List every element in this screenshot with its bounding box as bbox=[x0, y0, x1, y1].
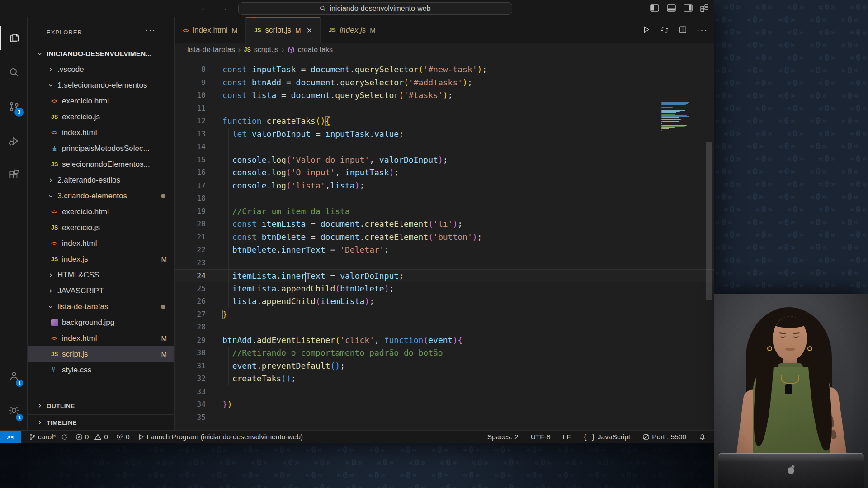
code-line[interactable]: 33 bbox=[175, 385, 714, 399]
git-branch-icon bbox=[29, 433, 36, 441]
braces-icon: { } bbox=[583, 433, 595, 441]
explorer-item-script-js[interactable]: JSscript.jsM bbox=[28, 346, 174, 362]
source-control-icon[interactable]: 3 bbox=[0, 95, 28, 118]
code-line[interactable]: 25 itemLista.appendChild(btnDelete); bbox=[175, 282, 714, 296]
run-file-icon[interactable] bbox=[642, 25, 651, 36]
split-editor-icon[interactable] bbox=[679, 25, 687, 36]
code-line[interactable]: 29btnAdd.addEventListener('click', funct… bbox=[175, 334, 714, 347]
code-line[interactable]: 34}) bbox=[175, 398, 714, 411]
explorer-item--vscode[interactable]: .vscode bbox=[28, 61, 174, 77]
code-line[interactable]: 14 bbox=[175, 141, 714, 154]
outline-section[interactable]: OUTLINE bbox=[28, 398, 174, 413]
minimap[interactable] bbox=[661, 102, 691, 134]
code-line[interactable]: 10const lista = document.querySelector('… bbox=[175, 89, 714, 102]
explorer-more-actions-icon[interactable]: ··· bbox=[145, 25, 156, 35]
command-center[interactable]: iniciando-desenvolvimento-web bbox=[238, 2, 512, 15]
history-back-icon[interactable]: ← bbox=[200, 3, 209, 13]
history-forward-icon[interactable]: → bbox=[219, 3, 228, 13]
code-line[interactable]: 12function createTaks(){ bbox=[175, 115, 714, 128]
language-mode-item[interactable]: { } JavaScript bbox=[583, 433, 630, 441]
code-line[interactable]: 24 itemLista.innerText = valorDoInput; bbox=[175, 269, 714, 282]
code-line[interactable]: 15 console.log('Valor do input', valorDo… bbox=[175, 154, 714, 167]
code-line[interactable]: 22 btnDelete.innerText = 'Deletar'; bbox=[175, 244, 714, 257]
open-changes-icon[interactable] bbox=[660, 25, 669, 36]
breadcrumb-folder[interactable]: lista-de-tarefas bbox=[187, 46, 235, 54]
explorer-item-3-criando-elementos[interactable]: 3.criando-elementos bbox=[28, 188, 174, 204]
code-line[interactable]: 31 event.preventDefault(); bbox=[175, 360, 714, 373]
explorer-item-index-html[interactable]: <>index.html bbox=[28, 235, 174, 251]
customize-layout-icon[interactable] bbox=[700, 4, 709, 12]
explorer-item-exercicio-html[interactable]: <>exercicio.html bbox=[28, 204, 174, 220]
ports-item[interactable]: 0 bbox=[116, 433, 130, 441]
git-branch-item[interactable]: carol* bbox=[29, 433, 68, 441]
explorer-icon[interactable] bbox=[0, 26, 28, 50]
code-lines: 8const inputTask = document.querySelecto… bbox=[175, 56, 714, 430]
js-file-icon: JS bbox=[51, 225, 62, 231]
explorer-item-index-html[interactable]: <>index.htmlM bbox=[28, 330, 174, 346]
tab-script-js[interactable]: JS script.js M × bbox=[246, 17, 321, 43]
explorer-item-exercicio-html[interactable]: <>exercicio.html bbox=[28, 93, 174, 109]
toggle-sidebar-right-icon[interactable] bbox=[684, 4, 693, 12]
more-actions-icon[interactable]: ··· bbox=[697, 25, 708, 35]
code-line[interactable]: 11 bbox=[175, 102, 714, 115]
tab-close-icon[interactable]: × bbox=[307, 25, 312, 36]
item-label: HTML&CSS bbox=[57, 271, 99, 280]
indentation-item[interactable]: Spaces: 2 bbox=[487, 433, 519, 441]
settings-badge: 1 bbox=[16, 414, 23, 421]
encoding-item[interactable]: UTF-8 bbox=[531, 433, 551, 441]
notifications-bell-icon[interactable] bbox=[698, 433, 706, 441]
code-line[interactable]: 23 bbox=[175, 257, 714, 270]
explorer-item-background-jpg[interactable]: background.jpg bbox=[28, 314, 174, 330]
search-sidebar-icon[interactable] bbox=[0, 61, 28, 84]
code-line[interactable]: 19 //Criar um item da lista bbox=[175, 205, 714, 218]
problems-item[interactable]: 0 0 bbox=[75, 433, 108, 441]
explorer-item-2-alterando-estilos[interactable]: 2.alterando-estilos bbox=[28, 172, 174, 188]
tab-index-html[interactable]: <> index.html M bbox=[175, 17, 246, 43]
code-line[interactable]: 17 console.log('lista',lista); bbox=[175, 179, 714, 192]
breadcrumb-symbol[interactable]: createTaks bbox=[298, 46, 333, 54]
code-line[interactable]: 20 const itemLista = document.createElem… bbox=[175, 218, 714, 231]
explorer-item-1-selecionando-elementos[interactable]: 1.selecionando-elementos bbox=[28, 77, 174, 93]
accounts-icon[interactable]: 1 bbox=[0, 364, 28, 388]
code-line[interactable]: 18 bbox=[175, 192, 714, 205]
code-line[interactable]: 13 let valorDoInput = inputTask.value; bbox=[175, 128, 714, 141]
webcam-vignette bbox=[714, 294, 868, 488]
explorer-item-exercicio-js[interactable]: JSexercicio.js bbox=[28, 220, 174, 235]
code-line[interactable]: 21 const btnDelete = document.createElem… bbox=[175, 231, 714, 244]
explorer-item-index-js[interactable]: JSindex.jsM bbox=[28, 251, 174, 267]
code-editor[interactable]: 8const inputTask = document.querySelecto… bbox=[175, 56, 714, 430]
run-debug-icon[interactable] bbox=[0, 129, 28, 153]
code-line[interactable]: 35 bbox=[175, 411, 714, 424]
editor-scrollbar[interactable] bbox=[706, 142, 712, 300]
code-line[interactable]: 32 createTaks(); bbox=[175, 372, 714, 385]
code-line[interactable]: 26 lista.appendChild(itemLista); bbox=[175, 295, 714, 308]
explorer-item-style-css[interactable]: #style.css bbox=[28, 362, 174, 378]
eol-item[interactable]: LF bbox=[563, 433, 571, 441]
code-line[interactable]: 28 bbox=[175, 321, 714, 334]
tab-index-js[interactable]: JS index.js M bbox=[321, 17, 384, 43]
remote-indicator[interactable]: >< bbox=[0, 431, 21, 443]
explorer-item-principaismetodosselec-[interactable]: principaisMetodosSelec... bbox=[28, 141, 174, 156]
explorer-item-selecionandoelementos-[interactable]: JSselecionandoElementos... bbox=[28, 156, 174, 172]
toggle-sidebar-left-icon[interactable] bbox=[650, 4, 659, 12]
code-line[interactable]: 16 console.log('O input', inputTask); bbox=[175, 166, 714, 179]
port-item[interactable]: Port : 5500 bbox=[642, 433, 686, 441]
breadcrumb-file[interactable]: script.js bbox=[254, 46, 278, 54]
code-line[interactable]: 8const inputTask = document.querySelecto… bbox=[175, 63, 714, 76]
extensions-icon[interactable] bbox=[0, 164, 28, 187]
explorer-item-javascript[interactable]: JAVASCRIPT bbox=[28, 283, 174, 299]
git-modified-badge: M bbox=[161, 334, 167, 342]
explorer-item-lista-de-tarefas[interactable]: lista-de-tarefas bbox=[28, 299, 174, 314]
launch-program-item[interactable]: Launch Program (iniciando-desenvolviment… bbox=[137, 433, 303, 441]
explorer-item-html-css[interactable]: HTML&CSS bbox=[28, 267, 174, 283]
settings-gear-icon[interactable]: 1 bbox=[0, 399, 28, 422]
code-line[interactable]: 9const btnAdd = document.querySelector('… bbox=[175, 76, 714, 89]
toggle-panel-icon[interactable] bbox=[667, 4, 676, 12]
explorer-item-exercicio-js[interactable]: JSexercicio.js bbox=[28, 109, 174, 125]
line-number: 32 bbox=[175, 372, 206, 385]
code-line[interactable]: 27} bbox=[175, 308, 714, 321]
code-line[interactable]: 30 //Retirando o comportamento padrão do… bbox=[175, 347, 714, 360]
explorer-item-iniciando-desenvolvimen-[interactable]: INICIANDO-DESENVOLVIMEN... bbox=[28, 46, 174, 61]
explorer-item-index-html[interactable]: <>index.html bbox=[28, 125, 174, 141]
timeline-section[interactable]: TIMELINE bbox=[28, 414, 174, 430]
